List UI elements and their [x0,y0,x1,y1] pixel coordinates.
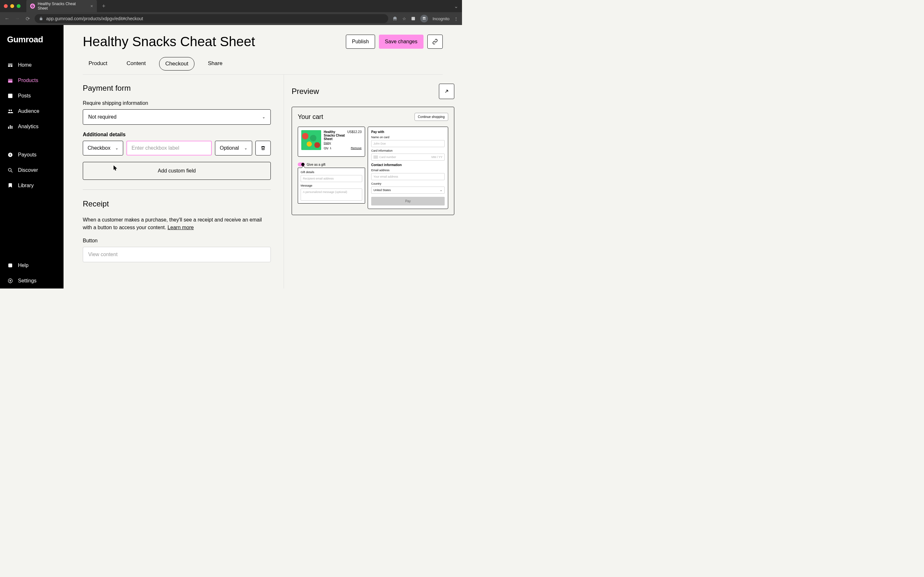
tab-content[interactable]: Content [121,57,152,71]
field-type-value: Checkbox [87,145,110,151]
menu-icon[interactable]: ⋮ [454,16,458,21]
url-bar[interactable]: app.gumroad.com/products/xdpgv/edit#chec… [35,14,388,23]
sidebar-item-label: Home [18,62,32,68]
library-icon [7,182,13,189]
gift-message-input[interactable]: A personalized message (optional) [300,189,362,201]
trash-icon [260,145,266,151]
sidebar-item-label: Help [18,263,29,268]
divider [83,189,271,190]
publish-button[interactable]: Publish [346,35,375,49]
sidebar-item-settings[interactable]: Settings [0,273,63,288]
browser-right-icons: ☆ Incognito ⋮ [392,15,458,23]
chevron-down-icon: ⌄ [440,189,443,192]
country-select[interactable]: United States ⌄ [371,187,445,193]
field-required-select[interactable]: Optional ⌄ [215,141,252,155]
help-icon [7,262,13,269]
receipt-title: Receipt [83,199,271,208]
link-button[interactable] [427,35,443,49]
save-changes-button[interactable]: Save changes [379,35,423,49]
field-type-select[interactable]: Checkbox ⌄ [83,141,123,155]
star-icon[interactable]: ☆ [402,16,406,21]
svg-rect-7 [11,126,13,129]
incognito-label: Incognito [433,16,449,21]
name-on-card-input[interactable]: John Doe [371,140,445,147]
svg-point-10 [8,168,11,171]
sidebar-item-label: Products [18,77,38,83]
preview-frame: Your cart Continue shopping Healthy Snac [292,107,454,215]
extensions-icon[interactable] [411,16,416,21]
sidebar-item-home[interactable]: Home [0,57,63,73]
tab-checkout[interactable]: Checkout [159,57,194,71]
sidebar-item-audience[interactable]: Audience [0,103,63,119]
pay-with-label: Pay with [371,130,445,134]
browser-tab-bar: G Healthy Snacks Cheat Sheet × + ⌄ [0,0,462,12]
tab-share[interactable]: Share [202,57,228,71]
sidebar-item-label: Discover [18,167,38,173]
gift-details-label: Gift details [300,171,362,174]
sidebar-item-label: Analytics [18,124,39,129]
svg-point-3 [9,110,10,111]
cart-seller-link[interactable]: Daisy [324,141,362,145]
search-icon [7,167,13,173]
recipient-email-input[interactable]: Recipient email address [300,175,362,182]
card-number-input[interactable]: Card number MM / YY [371,153,445,161]
back-button[interactable]: ← [4,16,10,21]
reload-button[interactable]: ⟳ [24,16,31,22]
close-window-button[interactable] [4,4,8,8]
svg-point-13 [10,280,11,282]
preview-column: Preview Your cart Continue shopping [284,75,462,288]
card-info-label: Card information [371,149,445,152]
email-label: Email address [371,169,445,172]
pay-button[interactable]: Pay [371,197,445,205]
additional-details-label: Additional details [83,132,271,137]
sidebar-item-library[interactable]: Library [0,178,63,193]
gift-toggle[interactable] [298,163,305,166]
sidebar-item-label: Settings [18,278,37,284]
tabs-dropdown-icon[interactable]: ⌄ [454,3,458,9]
button-label: Button [83,238,271,243]
button-text-input[interactable]: View content [83,247,271,262]
window-controls [4,4,21,8]
maximize-window-button[interactable] [17,4,21,8]
remove-item-link[interactable]: Remove [351,147,362,150]
sidebar-item-products[interactable]: Products [0,73,63,88]
browser-tab[interactable]: G Healthy Snacks Cheat Sheet × [26,0,97,13]
shipping-select[interactable]: Not required ⌄ [83,109,271,125]
svg-rect-6 [10,125,11,129]
card-expiry-input[interactable]: MM / YY [430,154,444,160]
new-tab-button[interactable]: + [99,3,108,10]
shipping-label: Require shipping information [83,100,271,106]
add-custom-field-button[interactable]: Add custom field [83,162,271,180]
analytics-icon [7,123,13,130]
sidebar-item-analytics[interactable]: Analytics [0,119,63,134]
page-title: Healthy Snacks Cheat Sheet [83,34,255,49]
tab-product[interactable]: Product [83,57,113,71]
minimize-window-button[interactable] [10,4,14,8]
field-required-value: Optional [220,145,239,151]
sidebar: Gumroad Home Products Posts Audience Ana… [0,25,63,288]
email-input[interactable]: Your email address [371,173,445,180]
lock-icon [39,16,44,21]
contact-info-label: Contact information [371,163,445,167]
sidebar-item-payouts[interactable]: $ Payouts [0,147,63,163]
svg-rect-12 [8,263,12,268]
gift-message-label: Message [300,184,362,187]
sidebar-item-posts[interactable]: Posts [0,88,63,103]
field-label-input[interactable]: Enter checkbox label [126,141,212,155]
qty-value: 1 [330,147,331,150]
learn-more-link[interactable]: Learn more [168,225,194,230]
svg-point-2 [425,18,426,19]
forward-button[interactable]: → [14,16,21,21]
sidebar-item-discover[interactable]: Discover [0,163,63,178]
continue-shopping-button[interactable]: Continue shopping [415,113,448,121]
profile-avatar[interactable] [420,15,428,23]
expand-preview-button[interactable] [439,84,454,99]
delete-field-button[interactable] [255,141,271,155]
sidebar-item-help[interactable]: Help [0,258,63,273]
gift-details-card: Gift details Recipient email address Mes… [298,168,365,203]
browser-toolbar: ← → ⟳ app.gumroad.com/products/xdpgv/edi… [0,12,462,25]
svg-point-4 [11,110,12,111]
tab-close-icon[interactable]: × [90,3,93,9]
sidebar-item-label: Posts [18,93,31,99]
svg-rect-5 [8,127,9,129]
